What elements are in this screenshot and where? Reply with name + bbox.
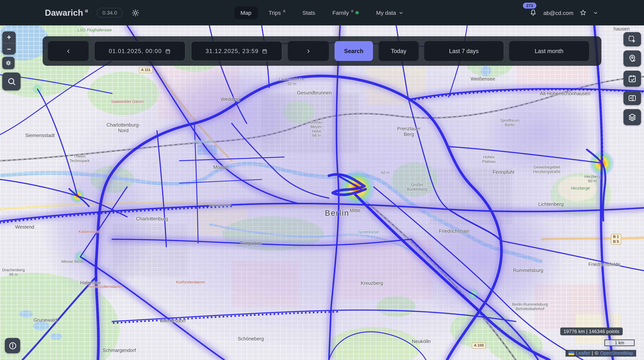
map-scale-bar: 1 km bbox=[604, 340, 635, 346]
map-layers-button[interactable] bbox=[624, 109, 641, 125]
alpha-superscript: α bbox=[85, 8, 88, 14]
sun-icon bbox=[132, 9, 140, 17]
nav-tab-label: Family bbox=[332, 10, 349, 16]
main-nav: Map Tripsα Stats Familyα My data bbox=[234, 6, 410, 19]
calendar-icon bbox=[262, 48, 268, 54]
info-icon bbox=[8, 341, 17, 350]
bell-icon bbox=[529, 8, 537, 16]
nav-tab-label: Trips bbox=[268, 10, 281, 16]
family-online-dot bbox=[356, 11, 359, 14]
chevron-down-icon bbox=[398, 10, 404, 15]
start-datetime-value: 01.01.2025, 00:00 bbox=[109, 48, 162, 54]
select-area-icon bbox=[628, 35, 636, 44]
previous-period-button[interactable] bbox=[48, 41, 88, 61]
ukraine-flag-icon bbox=[568, 352, 574, 355]
leaflet-link[interactable]: Leaflet bbox=[576, 351, 590, 356]
today-button[interactable]: Today bbox=[379, 41, 418, 61]
side-panel-toggle-button[interactable] bbox=[624, 91, 641, 105]
nav-tab-label: Map bbox=[240, 10, 251, 16]
nav-tab-family[interactable]: Familyα bbox=[326, 6, 365, 19]
chevron-right-icon bbox=[305, 48, 311, 54]
map-attribution: Leaflet | © OpenStreetMap bbox=[566, 350, 636, 357]
calendar-check-icon bbox=[628, 74, 637, 83]
version-badge: 0.34.0 bbox=[97, 8, 123, 18]
visited-places-button[interactable] bbox=[624, 50, 641, 66]
user-menu-caret[interactable] bbox=[593, 10, 598, 16]
notifications-count-badge: 273 bbox=[523, 2, 536, 8]
area-selection-tool-button[interactable] bbox=[624, 32, 641, 46]
navbar: Dawarichα 0.34.0 Map Tripsα Stats Family… bbox=[0, 0, 644, 26]
panel-collapse-icon bbox=[628, 94, 636, 102]
nav-tab-trips[interactable]: Tripsα bbox=[262, 6, 292, 19]
app-logo-text: Dawarich bbox=[45, 8, 83, 18]
search-icon bbox=[6, 77, 16, 86]
nav-tab-map[interactable]: Map bbox=[234, 6, 258, 19]
map-settings-button[interactable] bbox=[2, 57, 14, 69]
end-datetime-value: 31.12.2025, 23:59 bbox=[206, 48, 259, 54]
user-email[interactable]: ab@cd.com bbox=[543, 10, 573, 16]
navbar-left: Dawarichα 0.34.0 bbox=[0, 8, 140, 18]
chevron-down-icon bbox=[593, 10, 598, 16]
nav-tab-label: Stats bbox=[302, 10, 315, 16]
theme-toggle-button[interactable] bbox=[132, 9, 140, 17]
date-range-toolbar: 01.01.2025, 00:00 31.12.2025, 23:59 Sear… bbox=[42, 36, 602, 66]
last-month-button[interactable]: Last month bbox=[509, 41, 589, 61]
nav-tab-my-data[interactable]: My data bbox=[370, 6, 410, 19]
copyright-symbol: © bbox=[595, 351, 598, 356]
alpha-superscript: α bbox=[283, 9, 285, 13]
map-tools-column bbox=[624, 32, 641, 125]
map-search-button[interactable] bbox=[2, 72, 20, 90]
favorites-star-button[interactable] bbox=[579, 9, 587, 16]
app-logo[interactable]: Dawarichα bbox=[45, 8, 88, 18]
location-pin-check-icon bbox=[628, 54, 637, 63]
gear-icon bbox=[4, 59, 12, 67]
notifications-button[interactable]: 273 bbox=[529, 8, 537, 18]
zoom-in-button[interactable]: + bbox=[2, 32, 16, 43]
zoom-control: + − bbox=[2, 32, 16, 54]
next-period-button[interactable] bbox=[288, 41, 329, 61]
nav-tab-stats[interactable]: Stats bbox=[296, 6, 322, 19]
alpha-superscript: α bbox=[351, 9, 354, 13]
layers-icon bbox=[628, 112, 637, 122]
app-window: SiemensstadtCharlottenburg- NordThelen T… bbox=[0, 0, 644, 360]
nav-tab-label: My data bbox=[376, 10, 396, 16]
calendar-panel-button[interactable] bbox=[624, 71, 641, 87]
map-info-button[interactable] bbox=[5, 338, 20, 353]
navbar-right: 273 ab@cd.com bbox=[529, 8, 644, 18]
calendar-icon bbox=[165, 48, 171, 54]
star-icon bbox=[579, 9, 587, 16]
openstreetmap-link[interactable]: OpenStreetMap bbox=[600, 351, 633, 356]
track-stats-badge: 19776 km | 146346 points bbox=[560, 328, 623, 335]
end-datetime-input[interactable]: 31.12.2025, 23:59 bbox=[191, 41, 282, 61]
search-button[interactable]: Search bbox=[334, 41, 373, 61]
start-datetime-input[interactable]: 01.01.2025, 00:00 bbox=[94, 41, 186, 61]
last-7-days-button[interactable]: Last 7 days bbox=[424, 41, 504, 61]
attribution-separator: | bbox=[592, 351, 593, 356]
chevron-left-icon bbox=[65, 48, 71, 54]
zoom-out-button[interactable]: − bbox=[2, 43, 16, 54]
